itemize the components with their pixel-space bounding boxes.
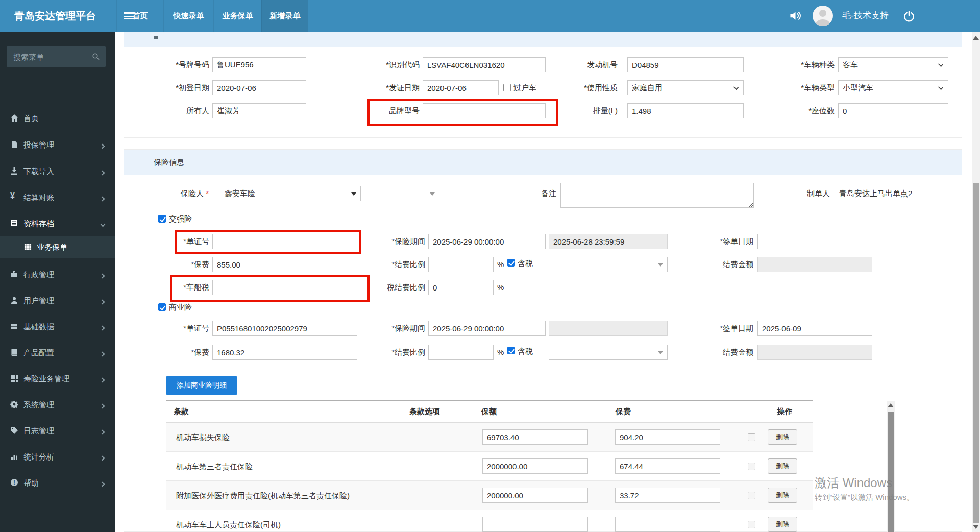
firstreg-label: *初登日期 [148,80,209,95]
syx-tax-included-checkbox[interactable] [507,347,515,354]
issuer-input[interactable] [835,186,960,201]
sidebar-item-download-import[interactable]: 下载导入 [0,161,115,182]
jqx-vessel-tax-input[interactable] [212,280,357,295]
jqx-ratio-input[interactable] [428,257,494,272]
remark-textarea[interactable] [560,183,754,208]
amount-input[interactable] [482,517,588,532]
search-icon[interactable] [92,53,100,63]
syx-sign-date-input[interactable] [757,321,872,336]
sidebar-search-input[interactable] [7,46,89,67]
sidebar-item-system-mgmt[interactable]: 系统管理 [0,394,115,416]
row-checkbox[interactable] [748,433,755,441]
premium-input[interactable] [615,517,720,532]
yen-icon: ¥ [10,191,15,201]
displacement-input[interactable] [627,103,744,118]
vin-input[interactable] [423,57,546,72]
amount-input[interactable] [482,488,588,503]
plate-input[interactable] [212,57,306,72]
percent-sign: % [497,283,504,292]
owner-input[interactable] [212,103,306,118]
tab-business-policy[interactable]: 业务保单 [213,0,261,32]
usage-select[interactable]: 家庭自用 [627,80,744,95]
page-scrollbar-thumb[interactable] [973,183,979,523]
syx-label[interactable]: 商业险 [169,303,192,312]
amount-input[interactable] [482,458,588,474]
jqx-tax-included-checkbox[interactable] [507,259,515,267]
syx-cert-input[interactable] [212,321,357,336]
tab-home[interactable]: 首页 [116,0,163,32]
jqx-tax-included-label[interactable]: 含税 [518,259,533,268]
chevron-down-icon [733,85,739,90]
jqx-label[interactable]: 交强险 [169,214,192,224]
table-scrollbar-up-arrow[interactable] [888,403,894,407]
speaker-icon[interactable] [789,9,802,25]
row-checkbox[interactable] [748,463,755,470]
sidebar-item-admin-mgmt[interactable]: 行政管理 [0,264,115,285]
syx-fee-select[interactable] [549,345,668,360]
table-row: 机动车损失保险 删除 [166,423,813,452]
insurer-sub-select[interactable] [361,186,439,201]
amount-input[interactable] [482,429,588,445]
row-checkbox[interactable] [748,521,755,528]
jqx-checkbox[interactable] [158,215,166,223]
delete-button[interactable]: 删除 [768,429,797,445]
vehicle-type-select[interactable]: 小型汽车 [838,80,948,95]
jqx-sign-date-input[interactable] [757,234,872,249]
gear-icon [10,400,18,410]
tab-quick-entry[interactable]: 快速录单 [163,0,213,32]
delete-button[interactable]: 删除 [768,458,797,474]
plate-label: *号牌号码 [148,57,209,72]
jqx-fee-select[interactable] [549,257,668,272]
chevron-right-icon [100,376,106,384]
jqx-premium-input[interactable] [212,257,357,272]
syx-checkbox[interactable] [158,303,166,311]
brand-title: 青岛安达管理平台 [0,0,115,32]
engine-input[interactable] [627,57,744,72]
sidebar-item-base-data[interactable]: 基础数据 [0,316,115,337]
jqx-cert-input[interactable] [212,234,357,249]
user-avatar[interactable] [813,6,833,26]
syx-ratio-input[interactable] [428,345,494,360]
sidebar-item-log-mgmt[interactable]: 日志管理 [0,420,115,442]
delete-button[interactable]: 删除 [768,488,797,503]
vehicle-kind-select[interactable]: 客车 [838,57,948,72]
sidebar-item-data-archive[interactable]: 资料存档 [0,213,115,234]
sidebar-item-product-config[interactable]: 产品配置 [0,342,115,364]
delete-button[interactable]: 删除 [768,517,797,532]
tab-new-entry[interactable]: 新增录单 [261,0,308,32]
insurer-select[interactable]: 鑫安车险 [220,186,361,201]
power-icon[interactable] [902,9,916,25]
syx-premium-input[interactable] [212,345,357,360]
premium-input[interactable] [615,458,720,474]
row-checkbox[interactable] [748,492,755,499]
page-scrollbar-down-arrow[interactable] [973,525,979,529]
premium-input[interactable] [615,488,720,503]
issue-date-input[interactable] [423,80,499,95]
seats-input[interactable] [838,103,948,118]
brand-model-input[interactable] [423,103,546,118]
sidebar-item-insure-mgmt[interactable]: 投保管理 [0,134,115,156]
clause-name: 机动车损失保险 [176,423,230,452]
premium-input[interactable] [615,429,720,445]
sidebar-item-settlement[interactable]: ¥ 结算对账 [0,187,115,208]
syx-tax-included-label[interactable]: 含税 [518,347,533,356]
add-commercial-detail-button[interactable]: 添加商业险明细 [166,376,237,395]
page-scrollbar-up-arrow[interactable] [973,36,979,40]
transfer-label[interactable]: 过户车 [513,83,536,92]
user-name[interactable]: 毛-技术支持 [842,0,889,32]
table-top-border [166,400,813,401]
help-icon: ! [10,478,18,488]
sidebar-item-home[interactable]: 首页 [0,108,115,129]
sidebar-item-help[interactable]: ! 帮助 [0,472,115,494]
firstreg-input[interactable] [212,80,306,95]
transfer-checkbox[interactable] [503,84,511,91]
table-scrollbar-thumb[interactable] [888,412,894,532]
jqx-taxratio-input[interactable] [428,280,494,295]
syx-period-start-input[interactable] [428,321,546,336]
sidebar-item-statistics[interactable]: 统计分析 [0,446,115,468]
syx-cert-label: *单证号 [143,321,209,336]
sidebar-item-user-mgmt[interactable]: 用户管理 [0,290,115,311]
jqx-period-start-input[interactable] [428,234,546,249]
sidebar-subitem-business-policy[interactable]: 业务保单 [0,236,115,258]
sidebar-item-life-insurance[interactable]: 寿险业务管理 [0,368,115,390]
